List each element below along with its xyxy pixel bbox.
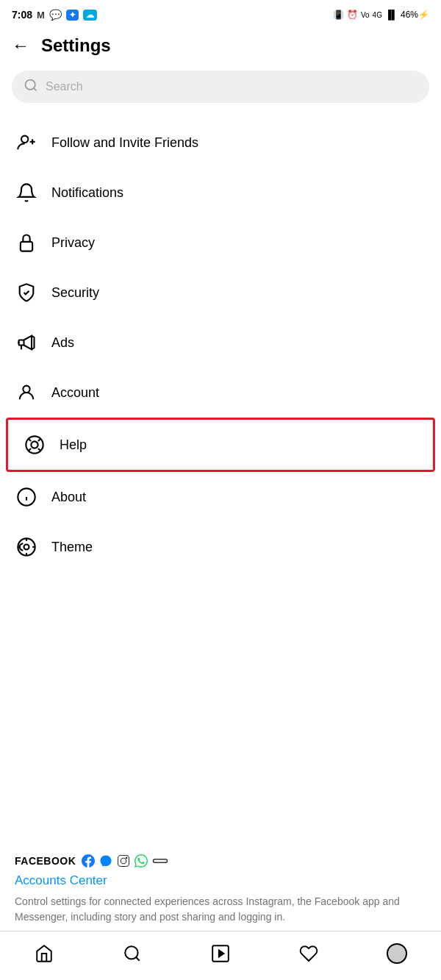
menu-item-privacy[interactable]: Privacy — [0, 218, 441, 268]
menu-item-account[interactable]: Account — [0, 368, 441, 418]
svg-rect-5 — [21, 242, 32, 251]
signal-4g-icon: 4G — [373, 11, 382, 19]
facebook-section: FACEBOOK — [0, 840, 441, 931]
header: ← Settings — [0, 26, 441, 62]
status-right: 📳 ⏰ Vo 4G ▐▌ 46%⚡ — [333, 10, 429, 20]
help-label: Help — [60, 437, 87, 453]
svg-line-28 — [136, 957, 140, 961]
facebook-header: FACEBOOK — [15, 854, 426, 868]
menu-item-about[interactable]: About — [0, 472, 441, 522]
app-icon-1: ✦ — [66, 10, 79, 21]
svg-line-1 — [34, 88, 37, 91]
fb-social-icons — [82, 854, 168, 868]
page-title: Settings — [41, 35, 111, 56]
svg-rect-26 — [154, 859, 168, 862]
security-label: Security — [51, 285, 99, 301]
theme-label: Theme — [51, 540, 93, 555]
menu-item-help[interactable]: Help — [6, 418, 435, 472]
svg-marker-30 — [219, 951, 224, 957]
megaphone-icon — [15, 331, 38, 354]
menu-list: Follow and Invite Friends Notifications … — [0, 115, 441, 840]
follow-label: Follow and Invite Friends — [51, 135, 198, 151]
nav-reels[interactable] — [202, 939, 239, 968]
facebook-label: FACEBOOK — [15, 855, 76, 867]
shield-icon — [15, 281, 38, 304]
person-icon — [15, 381, 38, 404]
vibrate-icon: 📳 — [333, 10, 344, 20]
svg-point-18 — [24, 545, 29, 550]
svg-line-13 — [29, 448, 31, 451]
privacy-label: Privacy — [51, 235, 95, 251]
svg-point-2 — [21, 136, 28, 143]
search-icon — [24, 78, 38, 96]
svg-point-0 — [26, 80, 35, 90]
accounts-description: Control settings for connected experienc… — [15, 895, 400, 923]
bell-icon — [15, 181, 38, 204]
profile-avatar — [387, 943, 407, 964]
follow-icon — [15, 131, 38, 154]
battery-display: 46%⚡ — [401, 10, 429, 20]
palette-icon — [15, 535, 38, 559]
time-display: 7:08 — [12, 9, 32, 21]
signal-bars-icon: ▐▌ — [385, 10, 398, 20]
lifebuoy-icon — [23, 433, 46, 457]
whatsapp-icon — [135, 854, 148, 868]
instagram-icon — [117, 854, 130, 868]
svg-point-24 — [121, 858, 127, 864]
svg-rect-23 — [118, 856, 129, 867]
menu-item-security[interactable]: Security — [0, 268, 441, 318]
status-bar: 7:08 M 💬 ✦ ☁ 📳 ⏰ Vo 4G ▐▌ 46%⚡ — [0, 0, 441, 26]
svg-line-12 — [38, 439, 40, 441]
app-icon-2: ☁ — [83, 10, 97, 21]
info-icon — [15, 485, 38, 509]
nav-profile[interactable] — [379, 939, 415, 968]
svg-point-25 — [126, 857, 128, 859]
nav-home[interactable] — [26, 939, 62, 968]
lock-icon — [15, 231, 38, 254]
whatsapp-icon: 💬 — [49, 9, 62, 21]
back-button[interactable]: ← — [12, 35, 29, 56]
menu-item-follow[interactable]: Follow and Invite Friends — [0, 118, 441, 168]
accounts-center-link[interactable]: Accounts Center — [15, 873, 426, 888]
gmail-icon: M — [37, 10, 45, 21]
bottom-nav — [0, 931, 441, 980]
svg-rect-6 — [19, 340, 24, 346]
search-placeholder: Search — [46, 80, 83, 93]
search-bar[interactable]: Search — [12, 71, 429, 103]
meta-icon — [152, 854, 168, 868]
menu-item-ads[interactable]: Ads — [0, 318, 441, 368]
notifications-label: Notifications — [51, 185, 123, 201]
ads-label: Ads — [51, 335, 74, 351]
account-label: Account — [51, 385, 99, 401]
nav-heart[interactable] — [290, 939, 327, 968]
nav-search[interactable] — [114, 939, 151, 968]
volte-icon: Vo — [361, 11, 370, 19]
svg-line-10 — [29, 439, 31, 441]
svg-point-27 — [125, 946, 137, 959]
svg-point-7 — [23, 386, 29, 393]
svg-line-11 — [38, 448, 40, 451]
messenger-icon — [99, 854, 112, 868]
svg-point-9 — [31, 441, 37, 448]
about-label: About — [51, 490, 86, 505]
alarm-icon: ⏰ — [347, 10, 358, 20]
facebook-icon — [82, 854, 95, 868]
search-container: Search — [0, 62, 441, 115]
menu-item-notifications[interactable]: Notifications — [0, 168, 441, 218]
menu-item-theme[interactable]: Theme — [0, 522, 441, 572]
status-left: 7:08 M 💬 ✦ ☁ — [12, 9, 97, 21]
